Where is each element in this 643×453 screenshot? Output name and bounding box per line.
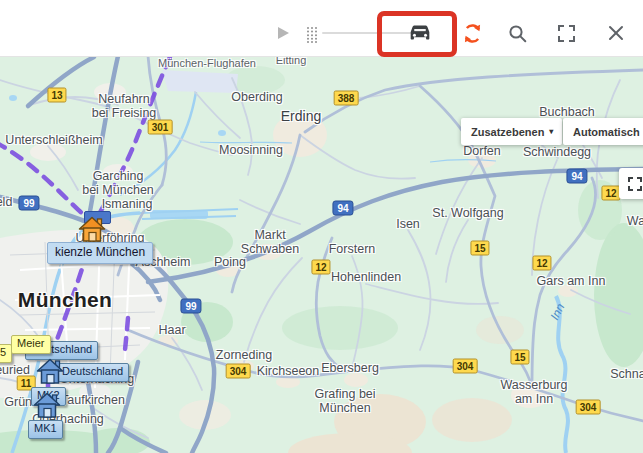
car-icon[interactable]	[406, 19, 434, 47]
automatisch-label: Automatisch	[573, 126, 640, 138]
refresh-icon[interactable]	[461, 22, 483, 44]
marker-tooltip[interactable]: Deutschland	[56, 363, 129, 382]
toolbar	[0, 0, 643, 57]
zusatzebenen-button[interactable]: Zusatzebenen▾	[461, 118, 562, 145]
marker-tooltip[interactable]: MK1	[28, 420, 63, 439]
play-icon[interactable]	[276, 26, 290, 40]
fullscreen-icon[interactable]	[557, 24, 575, 42]
zusatzebenen-label: Zusatzebenen	[471, 126, 544, 138]
app-window: München-FlughafenEittingOberdingErdingMo…	[0, 0, 643, 453]
slider-grip-icon[interactable]	[305, 25, 317, 43]
map-canvas[interactable]: München-FlughafenEittingOberdingErdingMo…	[0, 56, 643, 453]
house-marker-blue[interactable]	[35, 355, 65, 385]
fullscreen-brackets-icon	[628, 177, 642, 191]
map-marker-layer: 5DeutschlandMeierDeutschlandMK2MK1kienzl…	[0, 0, 643, 453]
house-marker-blue[interactable]	[32, 389, 62, 419]
marker-tooltip[interactable]: Meier	[11, 335, 51, 354]
close-icon[interactable]	[607, 24, 625, 42]
chevron-down-icon: ▾	[549, 127, 553, 136]
automatisch-dropdown[interactable]: Automatisch▾	[563, 118, 643, 145]
map-fullscreen-button[interactable]	[619, 168, 643, 199]
house-marker-orange[interactable]	[77, 213, 107, 243]
search-icon[interactable]	[507, 23, 527, 43]
marker-tooltip[interactable]: kienzle München	[47, 242, 153, 264]
